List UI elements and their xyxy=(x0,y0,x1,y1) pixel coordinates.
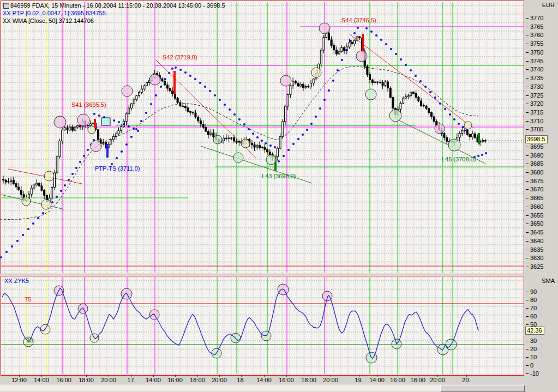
price-axis[interactable]: EUR 377037653760375537503745374037353730… xyxy=(525,0,558,392)
candle-body xyxy=(74,127,76,130)
candle-body xyxy=(261,147,263,148)
candle-body xyxy=(359,37,361,38)
price-tick-mark xyxy=(526,181,529,182)
candle-body xyxy=(143,86,145,89)
ptp-dot xyxy=(123,123,125,125)
candle-body xyxy=(331,40,332,45)
ptp-dot xyxy=(164,78,166,80)
price-tick-label: 3660 xyxy=(530,203,543,210)
candle-body xyxy=(353,40,355,44)
candle-body xyxy=(267,149,268,152)
swing-marker xyxy=(319,23,330,34)
candle-body xyxy=(356,37,358,40)
candle-body xyxy=(31,188,32,194)
candle-body xyxy=(192,112,194,113)
signal-label-ptp-ts: PTP-TS (3711,0) xyxy=(95,165,140,172)
ptp-dot xyxy=(128,125,130,128)
ptp-dot xyxy=(137,130,139,132)
candle-body xyxy=(338,52,340,54)
time-tick-label: 18:00 xyxy=(410,377,425,383)
trend-line xyxy=(349,34,473,128)
ptp-dot xyxy=(175,67,177,69)
price-tick-mark xyxy=(526,198,529,198)
candle-body xyxy=(128,108,130,114)
price-tick-mark xyxy=(526,35,529,35)
candle-body xyxy=(302,84,304,88)
candle-body xyxy=(223,138,225,141)
candle-body xyxy=(443,134,445,137)
candle-body xyxy=(161,79,163,81)
ptp-dot xyxy=(243,123,245,125)
candle-body xyxy=(182,106,184,106)
ptp-dot xyxy=(71,173,74,175)
swing-marker xyxy=(356,51,367,62)
indicator-legend-wma[interactable]: XX WMA [Close, 50]:3712.144706 xyxy=(3,17,94,24)
ptp-dot xyxy=(150,103,152,105)
candle-body xyxy=(44,190,45,195)
time-axis[interactable]: 12:0014:0016:0018:0020:0017.14:0016:0018… xyxy=(0,376,525,383)
candle-body xyxy=(482,140,483,141)
candle-body xyxy=(71,127,73,130)
osc-tick-label: 60 xyxy=(530,313,537,319)
ptp-dot xyxy=(27,228,29,230)
ptp-dot xyxy=(204,86,206,88)
candle-body xyxy=(33,185,35,188)
candle-body xyxy=(461,130,463,134)
ptp-dot xyxy=(390,48,392,50)
window-icon[interactable] xyxy=(3,3,9,9)
price-tick-mark xyxy=(526,224,529,224)
ptp-dot xyxy=(87,149,89,151)
oscillator-axis-header: SMA xyxy=(542,278,555,284)
candle-body xyxy=(344,47,345,51)
last-price-badge: 3698.5 xyxy=(525,135,548,143)
ptp-dot xyxy=(323,99,326,101)
candle-body xyxy=(41,186,43,190)
price-tick-label: 3770 xyxy=(530,15,543,21)
swing-marker xyxy=(44,171,54,181)
price-tick-mark xyxy=(526,232,529,233)
price-tick-mark xyxy=(526,121,529,122)
price-tick-label: 3645 xyxy=(530,229,543,236)
ptp-dot xyxy=(265,142,267,144)
ptp-dot xyxy=(51,201,53,203)
price-tick-label: 3655 xyxy=(530,212,543,219)
swing-marker xyxy=(88,126,95,134)
candle-body xyxy=(320,50,322,64)
price-tick-label: 3685 xyxy=(530,160,543,167)
chart-canvas xyxy=(0,0,525,376)
price-tick-label: 3665 xyxy=(530,195,543,201)
ptp-dot xyxy=(353,32,356,34)
candle-body xyxy=(349,43,350,47)
candle-body xyxy=(172,91,173,94)
ptp-dot xyxy=(310,123,313,125)
ptp-dot xyxy=(229,108,231,111)
candle-body xyxy=(389,88,391,98)
ptp-dot xyxy=(116,157,118,159)
ptp-dot xyxy=(5,251,8,253)
candle-body xyxy=(115,134,117,136)
candle-body xyxy=(213,133,214,137)
ptp-dot xyxy=(184,71,187,74)
candle-body xyxy=(367,67,368,75)
indicator-legend-ptp[interactable]: XX PTP [0.02, 0.0047, 1]:3695.834755 xyxy=(3,10,106,16)
scrollbar-thumb[interactable] xyxy=(440,385,525,392)
price-tick-label: 3705 xyxy=(530,126,543,132)
horizontal-scrollbar[interactable] xyxy=(0,384,525,391)
candle-body xyxy=(290,86,291,95)
ptp-dot xyxy=(274,146,276,148)
candle-body xyxy=(287,94,289,106)
oscillator-legend[interactable]: XX ZYK5 xyxy=(4,278,29,284)
swing-marker xyxy=(213,135,222,144)
candle-body xyxy=(403,98,404,103)
swing-marker xyxy=(365,89,376,100)
oversold-label: 25 xyxy=(26,337,33,343)
ptp-dot xyxy=(113,119,115,122)
ptp-dot xyxy=(315,116,317,118)
price-tick-mark xyxy=(526,267,529,267)
candle-body xyxy=(385,82,386,86)
candle-body xyxy=(103,143,104,144)
time-tick-label: 17. xyxy=(127,377,135,383)
candle-body xyxy=(425,106,427,108)
ptp-dot xyxy=(485,152,487,154)
candle-body xyxy=(210,133,212,135)
